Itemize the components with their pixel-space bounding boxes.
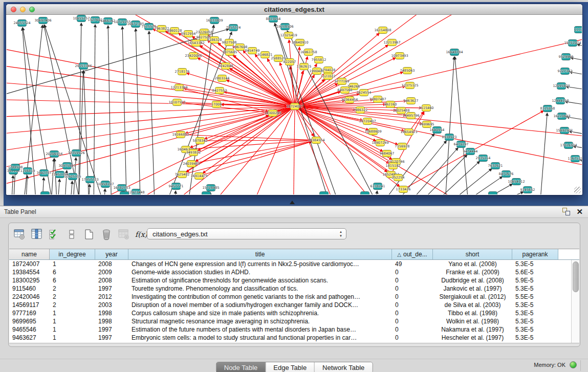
table-cell[interactable]: 0: [392, 276, 433, 285]
table-cell[interactable]: 5.3E-5: [512, 301, 558, 309]
column-header-year[interactable]: year: [95, 249, 128, 259]
table-cell[interactable]: Tibbo et al. (1998): [433, 309, 512, 317]
table-select-dropdown[interactable]: citations_edges.txt ▲▼: [147, 228, 346, 239]
table-cell[interactable]: 18300295: [9, 276, 50, 285]
table-cell[interactable]: 5.5E-5: [512, 293, 558, 301]
table-cell[interactable]: 18724007: [9, 260, 50, 268]
table-cell[interactable]: 5.3E-5: [512, 309, 558, 317]
table-cell[interactable]: 0: [392, 317, 433, 325]
column-header-short[interactable]: short: [433, 249, 512, 259]
network-canvas[interactable]: 1872400718300295193845547963822886012889…: [7, 15, 582, 194]
table-cell[interactable]: 2003: [95, 301, 128, 309]
table-row[interactable]: 911546021997Tourette syndrome. Phenomeno…: [9, 285, 579, 293]
table-row[interactable]: 1456911722003Disruption of a novel membe…: [9, 301, 579, 309]
table-cell[interactable]: 9699695: [9, 317, 50, 325]
table-cell[interactable]: 2: [50, 285, 95, 293]
table-cell[interactable]: 0: [392, 325, 433, 334]
table-row[interactable]: 946554611997Estimation of the future num…: [9, 325, 579, 334]
graph-node[interactable]: [361, 192, 369, 195]
table-cell[interactable]: Franke et al. (2009): [433, 268, 512, 276]
table-row[interactable]: 946362711997Embryonic stem cells: a mode…: [9, 334, 579, 342]
table-cell[interactable]: 0: [392, 334, 433, 342]
column-header-in_degree[interactable]: in_degree: [50, 249, 95, 259]
table-cell[interactable]: 1998: [95, 317, 128, 325]
table-cell[interactable]: 0: [392, 293, 433, 301]
table-cell[interactable]: Jankovic et al. (1997): [433, 285, 512, 293]
window-titlebar[interactable]: citations_edges.txt: [6, 4, 582, 15]
select-column-icon[interactable]: [30, 228, 43, 241]
table-cell[interactable]: 9465546: [9, 325, 50, 334]
table-cell[interactable]: Changes of HCN gene expression and I(f) …: [128, 260, 392, 268]
table-cell[interactable]: Disruption of a novel member of a sodium…: [128, 301, 392, 309]
table-cell[interactable]: 1997: [95, 285, 128, 293]
unselect-all-icon[interactable]: [65, 228, 78, 241]
network-graph[interactable]: 1872400718300295193845547963822886012889…: [7, 15, 582, 194]
table-cell[interactable]: 5.3E-5: [512, 285, 558, 293]
table-cell[interactable]: 1998: [95, 309, 128, 317]
table-cell[interactable]: 0: [392, 309, 433, 317]
select-all-icon[interactable]: [48, 228, 61, 241]
delete-table-icon[interactable]: [117, 228, 130, 241]
table-cell[interactable]: 2: [50, 301, 95, 309]
table-cell[interactable]: Wolkin et al. (1998): [433, 317, 512, 325]
table-settings-icon[interactable]: [13, 228, 26, 241]
table-row[interactable]: 977716911998Corpus callosum shape and si…: [9, 309, 579, 317]
table-cell[interactable]: 5.3E-5: [512, 325, 558, 334]
table-cell[interactable]: de Silva et al. (2003): [433, 301, 512, 309]
table-cell[interactable]: Yano et al. (2008): [433, 260, 512, 268]
node-table[interactable]: namein_degreeyeartitle△out_de...shortpag…: [9, 249, 579, 343]
column-header-out_de[interactable]: △out_de...: [392, 249, 433, 259]
table-cell[interactable]: Hescheler et al. (1997): [433, 334, 512, 342]
table-cell[interactable]: Estimation of significance thresholds fo…: [128, 276, 392, 285]
resize-grip[interactable]: [574, 187, 581, 193]
table-cell[interactable]: 49: [392, 260, 433, 268]
delete-icon[interactable]: [100, 228, 113, 241]
table-cell[interactable]: 19384554: [9, 268, 50, 276]
new-document-icon[interactable]: [82, 228, 96, 241]
table-row[interactable]: 1938455462009Genome-wide association stu…: [9, 268, 579, 276]
network-view-window[interactable]: citations_edges.txt 18724007183002951938…: [6, 4, 582, 195]
graph-node[interactable]: [120, 192, 129, 195]
table-cell[interactable]: 1: [50, 334, 95, 342]
close-panel-icon[interactable]: ✕: [576, 208, 583, 215]
table-cell[interactable]: 1: [50, 325, 95, 334]
graph-node[interactable]: [202, 192, 211, 195]
table-cell[interactable]: 5.3E-5: [512, 317, 558, 325]
float-panel-icon[interactable]: [562, 208, 570, 215]
table-cell[interactable]: 2008: [95, 276, 128, 285]
table-cell[interactable]: 14569117: [9, 301, 50, 309]
scrollbar-thumb[interactable]: [573, 261, 579, 292]
table-row[interactable]: 2242004622012Investigating the contribut…: [9, 293, 579, 301]
table-cell[interactable]: Investigating the contribution of common…: [128, 293, 392, 301]
table-scrollbar[interactable]: [571, 260, 579, 343]
table-cell[interactable]: 5.6E-5: [512, 268, 558, 276]
table-cell[interactable]: 1: [50, 317, 95, 325]
table-panel-header[interactable]: Table Panel ✕: [0, 206, 588, 218]
table-cell[interactable]: Corpus callosum shape and size in male p…: [128, 309, 392, 317]
table-cell[interactable]: 0: [392, 301, 433, 309]
graph-node[interactable]: [320, 192, 329, 195]
table-cell[interactable]: 1997: [95, 325, 128, 334]
table-cell[interactable]: 6: [50, 276, 95, 285]
graph-node[interactable]: [489, 192, 497, 195]
table-cell[interactable]: 1: [50, 309, 95, 317]
table-cell[interactable]: 6: [50, 268, 95, 276]
table-cell[interactable]: Embryonic stem cells: a model to study s…: [128, 334, 392, 342]
table-cell[interactable]: 0: [392, 268, 433, 276]
table-cell[interactable]: 2008: [95, 260, 128, 268]
column-header-name[interactable]: name: [9, 249, 50, 259]
table-cell[interactable]: Stergiakouli et al. (2012): [433, 293, 512, 301]
table-cell[interactable]: Nakamura et al. (1997): [433, 325, 512, 334]
column-header-title[interactable]: title: [128, 249, 392, 259]
table-cell[interactable]: 2009: [95, 268, 128, 276]
function-builder-icon[interactable]: f(x): [135, 228, 148, 241]
table-row[interactable]: 969969511998Structural magnetic resonanc…: [9, 317, 579, 325]
table-cell[interactable]: 2: [50, 293, 95, 301]
table-cell[interactable]: 5.9E-5: [512, 276, 558, 285]
table-cell[interactable]: 9463627: [9, 334, 50, 342]
table-cell[interactable]: 1: [50, 260, 95, 268]
graph-node[interactable]: [41, 192, 50, 195]
table-cell[interactable]: 22420046: [9, 293, 50, 301]
table-cell[interactable]: 9115460: [9, 285, 50, 293]
table-row[interactable]: 1830029562008Estimation of significance …: [9, 276, 579, 285]
